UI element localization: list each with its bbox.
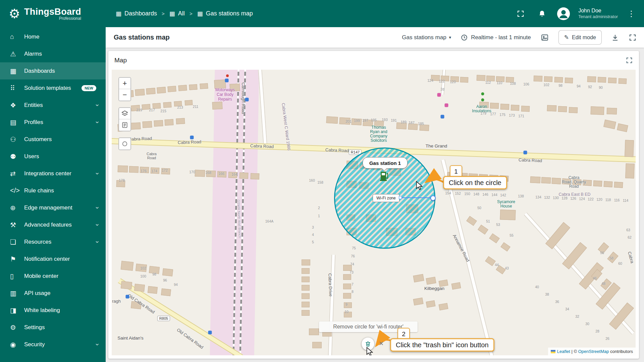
map-house-number: 128 <box>561 196 568 200</box>
sidebar-item-dashboards[interactable]: ▦Dashboards <box>0 62 106 79</box>
map-marker-blue <box>441 115 444 119</box>
draw-circle-button[interactable] <box>119 138 130 149</box>
circle-radius-vertex[interactable] <box>399 196 402 199</box>
map-house-number: 1 <box>318 214 320 218</box>
toolbar-actions: Gas stations map ▾ Realtime - last 1 min… <box>402 30 637 45</box>
map-marker-red <box>226 74 229 77</box>
circle-radius-line <box>399 197 433 198</box>
circle-resize-handle[interactable] <box>430 195 436 201</box>
export-image-button[interactable] <box>540 34 549 42</box>
map-house-number: 76 <box>351 254 355 258</box>
leaflet-link[interactable]: Leaflet <box>557 349 570 354</box>
mobile-center-icon: ▯ <box>10 272 24 280</box>
map-legend-button[interactable] <box>119 119 130 131</box>
chevron-down-icon: › <box>94 342 101 347</box>
more-menu-button[interactable]: ⋮ <box>626 9 637 18</box>
map-label: Road <box>147 156 156 160</box>
breadcrumb-item[interactable]: ▦Dashboards <box>116 10 157 17</box>
user-name: John Doe <box>578 7 618 14</box>
dashboard-state-select[interactable]: Gas stations map ▾ <box>402 34 451 41</box>
map-house-number: 38 <box>545 292 549 296</box>
download-button[interactable] <box>611 34 619 42</box>
map-house-number: 28 <box>595 329 599 333</box>
toolbar-fullscreen-button[interactable] <box>629 34 637 42</box>
sidebar-item-label: Alarms <box>24 51 100 57</box>
sidebar-item-resources[interactable]: ❏Resources› <box>0 233 106 250</box>
sidebar-item-label: Settings <box>24 324 100 331</box>
sidebar-item-label: Solution templates <box>24 85 82 92</box>
topbar: ⚙ ThingsBoard Professional ▦Dashboards>▦… <box>0 0 644 27</box>
sidebar-item-customers[interactable]: ⚇Customers <box>0 131 106 148</box>
sidebar-item-label: Security <box>24 341 95 348</box>
resources-icon: ❏ <box>10 238 24 246</box>
breadcrumb-label: All <box>178 10 185 17</box>
chevron-down-icon: › <box>94 239 101 245</box>
app-logo[interactable]: ⚙ ThingsBoard Professional <box>0 7 106 21</box>
gas-station-marker[interactable] <box>379 170 389 183</box>
mouse-cursor-2 <box>366 347 374 355</box>
sidebar-item-users[interactable]: ⚉Users <box>0 148 106 165</box>
map-label: Cabra Road <box>178 139 202 145</box>
map-marker-blue <box>208 331 212 335</box>
user-avatar[interactable] <box>557 7 570 20</box>
sidebar-item-label: Users <box>24 153 100 160</box>
zoom-out-button[interactable]: − <box>119 89 130 101</box>
map-house-number: 116 <box>614 198 620 202</box>
map-house-number: 144 <box>491 193 497 197</box>
map-house-number: 124 <box>579 197 585 201</box>
breadcrumb-item[interactable]: ▦All <box>169 10 185 17</box>
sidebar-item-api-usage[interactable]: ▥API usage <box>0 285 106 302</box>
map-house-number: 43 <box>505 266 509 270</box>
map-house-number: 174 <box>151 169 157 173</box>
widget-fullscreen-button[interactable] <box>626 57 633 64</box>
sidebar-item-advanced-features[interactable]: ⚒Advanced features› <box>0 216 106 233</box>
sidebar-item-integrations-center[interactable]: ⇄Integrations center› <box>0 165 106 182</box>
dashboard-title: Gas stations map <box>114 34 170 41</box>
ukraine-flag-icon <box>551 350 555 353</box>
timewindow-button[interactable]: Realtime - last 1 minute <box>461 34 531 41</box>
map-house-number: 118 <box>605 198 611 202</box>
step-1-callout: Click on the circle <box>443 176 507 189</box>
map-house-number: 8 <box>352 290 354 294</box>
layers-button[interactable] <box>119 108 130 119</box>
notifications-button[interactable] <box>535 7 549 20</box>
map-house-number: 3 <box>312 225 314 229</box>
sidebar-item-profiles[interactable]: ▤Profiles› <box>0 114 106 131</box>
sidebar-item-notification-center[interactable]: ⚑Notification center <box>0 250 106 267</box>
breadcrumb-item[interactable]: ▦Gas stations map <box>197 10 253 17</box>
map-house-number: 122 <box>439 79 445 83</box>
leaflet-map[interactable]: Cabra RoadCabra RoadCabra RoadCabra Road… <box>112 70 636 355</box>
sidebar-item-alarms[interactable]: ⚠Alarms <box>0 45 106 62</box>
map-label: Ryan and <box>370 129 387 134</box>
map-house-number: 219 <box>136 108 142 112</box>
sidebar-item-entities[interactable]: ❖Entities› <box>0 97 106 114</box>
zoom-in-button[interactable]: + <box>119 78 130 89</box>
map-house-number: 213 <box>177 105 183 109</box>
fullscreen-button[interactable] <box>514 7 527 20</box>
sidebar-item-white-labeling[interactable]: ◨White labeling <box>0 302 106 319</box>
map-house-number: 10 <box>344 310 348 314</box>
openstreetmap-link[interactable]: OpenStreetMap <box>578 349 609 354</box>
user-role: Tenant administrator <box>578 14 618 20</box>
sidebar-item-security[interactable]: ◉Security› <box>0 336 106 353</box>
close-icon[interactable]: ✕ <box>379 340 384 347</box>
circle-tool-icon <box>121 140 128 147</box>
map-house-number: 102 <box>140 266 146 270</box>
sidebar-item-edge-management[interactable]: ⊕Edge management› <box>0 199 106 216</box>
legend-icon <box>121 122 128 128</box>
map-widget-card: Map Cabra RoadCabra RoadCabra RoadCabra … <box>108 51 639 359</box>
map-marker-green <box>481 93 484 96</box>
map-label: Cabra Road <box>325 147 349 153</box>
map-house-number: 171 <box>518 114 524 118</box>
map-house-number: 150 <box>464 192 470 196</box>
sidebar-item-mobile-center[interactable]: ▯Mobile center <box>0 267 106 285</box>
sidebar-item-label: Resources <box>24 239 95 245</box>
edit-mode-button[interactable]: ✎ Edit mode <box>558 30 602 45</box>
sidebar-item-solution-templates[interactable]: ⠿Solution templatesNEW <box>0 79 106 97</box>
sidebar-item-rule-chains[interactable]: </>Rule chains <box>0 182 106 199</box>
breadcrumb-label: Dashboards <box>124 10 157 17</box>
sidebar-item-settings[interactable]: ⚙Settings <box>0 319 106 336</box>
map-house-number: 98 <box>558 83 562 87</box>
zoom-control: + − <box>118 77 131 101</box>
sidebar-item-home[interactable]: ⌂Home <box>0 28 106 45</box>
